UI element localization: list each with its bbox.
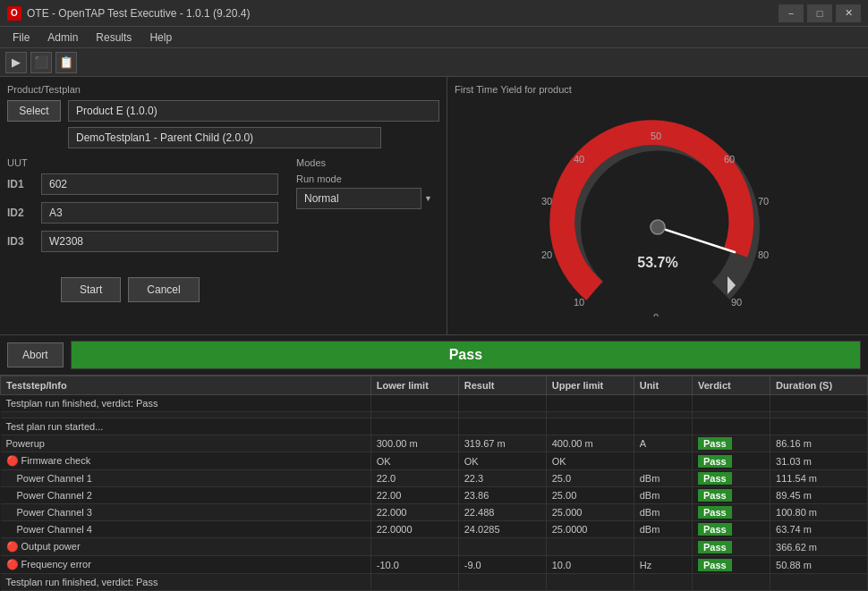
app-icon: O: [7, 6, 21, 21]
verdict-pass-badge: Pass: [698, 455, 732, 468]
menu-admin[interactable]: Admin: [38, 30, 87, 46]
product-name: Product E (1.0.0): [68, 100, 439, 122]
cell-upper: [546, 538, 634, 556]
uut-id2-row: ID2: [7, 202, 278, 224]
cell-unit: dBm: [634, 521, 692, 538]
cell-lower: 22.0000: [370, 521, 458, 538]
cell-duration: 86.16 m: [770, 435, 868, 452]
table-row: Power Channel 3 22.000 22.488 25.000 dBm…: [1, 504, 868, 521]
log-button[interactable]: 📋: [55, 52, 77, 73]
cell-upper: [546, 395, 634, 412]
uut-modes-section: UUT ID1 ID2 ID3 Modes: [7, 157, 439, 259]
cell-lower: -10.0: [370, 556, 458, 574]
svg-text:53.7%: 53.7%: [637, 255, 677, 270]
col-header-teststep: Teststep/Info: [1, 376, 371, 395]
start-button[interactable]: Start: [61, 277, 121, 302]
cell-verdict: Pass: [693, 521, 770, 538]
svg-text:0: 0: [653, 312, 659, 317]
top-section: Product/Testplan Select Product E (1.0.0…: [0, 77, 868, 335]
cell-teststep: 🔴 Output power: [1, 538, 371, 556]
verdict-pass-badge: Pass: [698, 541, 732, 553]
uut-id3-input[interactable]: [41, 231, 278, 252]
select-button[interactable]: Select: [7, 100, 61, 122]
window-title: OTE - OpenTAP Test Executive - 1.0.1 (9.…: [27, 7, 250, 20]
cell-teststep: Power Channel 2: [1, 487, 371, 504]
menu-results[interactable]: Results: [87, 30, 140, 46]
cell-duration: 31.03 m: [770, 452, 868, 470]
run-mode-label: Run mode: [296, 173, 439, 184]
cancel-button[interactable]: Cancel: [128, 277, 199, 302]
minimize-button[interactable]: −: [779, 4, 804, 22]
svg-text:80: 80: [758, 249, 769, 260]
table-row: Powerup 300.00 m 319.67 m 400.00 m A Pas…: [1, 435, 868, 452]
cell-unit: [634, 395, 692, 412]
col-header-duration: Duration (S): [770, 376, 868, 395]
verdict-pass-badge: Pass: [698, 523, 732, 536]
cell-unit: [634, 412, 692, 418]
cell-teststep: 🔴 Frequency error: [1, 556, 371, 574]
col-header-upper: Upper limit: [546, 376, 634, 395]
verdict-pass-badge: Pass: [698, 437, 732, 450]
cell-lower: [370, 538, 458, 556]
cell-duration: 111.54 m: [770, 470, 868, 487]
cell-verdict: [693, 412, 770, 418]
close-button[interactable]: ✕: [836, 4, 861, 22]
modes-label: Modes: [296, 157, 439, 168]
abort-button[interactable]: Abort: [7, 342, 64, 367]
table-row: Power Channel 4 22.0000 24.0285 25.0000 …: [1, 521, 868, 538]
cell-unit: Hz: [634, 556, 692, 574]
cell-unit: dBm: [634, 470, 692, 487]
testplan-name: DemoTestplan1 - Parent Child (2.0.0): [68, 127, 381, 148]
cell-upper: 25.0000: [546, 521, 634, 538]
cell-upper: [546, 412, 634, 418]
svg-text:100: 100: [730, 315, 746, 317]
play-button[interactable]: ▶: [5, 52, 27, 73]
table-row: 🔴 Firmware check OK OK OK Pass 31.03 m: [1, 452, 868, 470]
cell-duration: 63.74 m: [770, 521, 868, 538]
menu-help[interactable]: Help: [140, 30, 181, 46]
modes-section: Modes Run mode Normal Debug Quiet: [296, 157, 439, 259]
run-mode-select[interactable]: Normal Debug Quiet: [296, 188, 421, 209]
uut-id2-input[interactable]: [41, 202, 278, 224]
cell-unit: dBm: [634, 504, 692, 521]
cell-verdict: [693, 574, 770, 591]
cell-result: OK: [458, 452, 546, 470]
svg-point-12: [651, 220, 665, 234]
table-row: [1, 412, 868, 418]
toolbar: ▶ ⬛ 📋: [0, 48, 868, 77]
run-mode-wrapper: Normal Debug Quiet: [296, 188, 439, 209]
cell-teststep: Power Channel 1: [1, 470, 371, 487]
cell-teststep: Testplan run finished, verdict: Pass: [1, 395, 371, 412]
cell-upper: [546, 574, 634, 591]
cell-result: 22.3: [458, 470, 546, 487]
flag-icon: 🔴: [6, 455, 19, 466]
cell-teststep: Testplan run finished, verdict: Pass: [1, 574, 371, 591]
cell-result: 22.488: [458, 504, 546, 521]
cell-teststep: [1, 412, 371, 418]
cell-result: [458, 395, 546, 412]
cell-result: 24.0285: [458, 521, 546, 538]
cell-result: [458, 538, 546, 556]
cell-unit: [634, 452, 692, 470]
cell-lower: 22.000: [370, 504, 458, 521]
cell-verdict: Pass: [693, 556, 770, 574]
col-header-verdict: Verdict: [693, 376, 770, 395]
maximize-button[interactable]: □: [807, 4, 832, 22]
results-table: Teststep/Info Lower limit Result Upper l…: [0, 376, 868, 591]
table-row: Testplan run finished, verdict: Pass: [1, 574, 868, 591]
svg-text:70: 70: [758, 196, 769, 207]
cell-upper: 400.00 m: [546, 435, 634, 452]
stop-button[interactable]: ⬛: [30, 52, 52, 73]
cell-result: 319.67 m: [458, 435, 546, 452]
uut-section: UUT ID1 ID2 ID3: [7, 157, 278, 259]
table-row: 🔴 Output power Pass 366.62 m: [1, 538, 868, 556]
cell-unit: [634, 574, 692, 591]
svg-line-11: [658, 227, 735, 252]
results-table-container[interactable]: Teststep/Info Lower limit Result Upper l…: [0, 375, 868, 591]
uut-id1-input[interactable]: [41, 173, 278, 195]
cell-lower: 22.00: [370, 487, 458, 504]
cell-verdict: Pass: [693, 538, 770, 556]
menu-file[interactable]: File: [4, 30, 38, 46]
cell-verdict: Pass: [693, 452, 770, 470]
uut-id3-row: ID3: [7, 231, 278, 252]
